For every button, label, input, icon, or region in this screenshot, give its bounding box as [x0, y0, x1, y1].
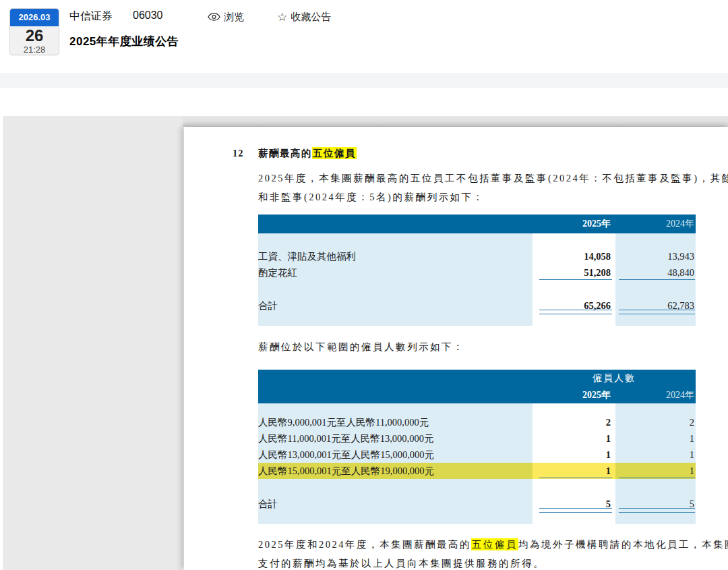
page-top-gap	[183, 116, 728, 127]
eye-icon	[208, 12, 220, 22]
table-row: 工資、津貼及其他福利 14,058 13,943	[258, 248, 696, 264]
section-number: 12	[233, 148, 258, 159]
table-header-row: 2025年 2024年	[258, 215, 696, 233]
row-label: 人民幣11,000,001元至人民幣13,000,000元	[258, 430, 533, 447]
table-row: 人民幣9,000,001元至人民幣11,000,000元 2 2	[258, 414, 696, 430]
date-time: 21:28	[10, 45, 59, 55]
divider-band	[0, 73, 728, 88]
row-label: 工資、津貼及其他福利	[258, 248, 533, 264]
document-page: 12薪酬最高的五位僱員 2025年度，本集團薪酬最高的五位員工不包括董事及監事(…	[184, 127, 728, 570]
total-label: 合計	[258, 297, 533, 314]
paragraph-footnote: 2025年度和2024年度，本集團薪酬最高的五位僱員均為境外子機構聘請的本地化員…	[258, 535, 700, 570]
row-label: 人民幣15,000,001元至人民幣19,000,000元	[258, 463, 533, 479]
footnote-pre: 2025年度和2024年度，本集團薪酬最高的	[258, 539, 471, 550]
column-header-2025: 2025年	[533, 387, 615, 403]
row-label: 人民幣9,000,001元至人民幣11,000,000元	[258, 414, 533, 430]
paragraph-intro: 2025年度，本集團薪酬最高的五位員工不包括董事及監事(2024年：不包括董事及…	[258, 169, 700, 206]
paragraph-line: 支付的薪酬均為基於以上人員向本集團提供服務的所得。	[258, 554, 700, 570]
date-day: 26	[10, 26, 59, 45]
value-2025: 1	[533, 447, 615, 463]
viewer-left-panel	[3, 116, 183, 570]
table-row: 人民幣11,000,001元至人民幣13,000,000元 1 1	[258, 430, 696, 447]
value-2024: 2	[615, 414, 696, 430]
value-2024: 1	[615, 463, 696, 479]
section-heading: 12薪酬最高的五位僱員	[233, 147, 704, 160]
star-icon: ☆	[277, 11, 287, 23]
table-row: 酌定花紅 51,208 48,840	[258, 264, 696, 281]
announcement-header: 2026.03 26 21:28 中信证券 06030 浏览 ☆ 收藏公告 20…	[0, 0, 728, 73]
footnote-post: 均為境外子機構聘請的本地化員工，本集團向該等僱員	[518, 539, 728, 550]
paragraph-line: 2025年度，本集團薪酬最高的五位員工不包括董事及監事(2024年：不包括董事及…	[258, 169, 700, 188]
document-viewer: 12薪酬最高的五位僱員 2025年度，本集團薪酬最高的五位員工不包括董事及監事(…	[0, 113, 728, 570]
value-2024: 1	[615, 430, 696, 447]
column-header-2024: 2024年	[615, 215, 696, 233]
favorite-button[interactable]: ☆ 收藏公告	[277, 9, 331, 24]
remuneration-table: 2025年 2024年 工資、津貼及其他福利 14,058 13,943 酌定花…	[258, 215, 696, 326]
value-2025: 51,208	[533, 264, 615, 281]
value-2025: 1	[533, 463, 615, 479]
table-total-row: 合計 5 5	[258, 495, 696, 513]
column-header-2025: 2025年	[533, 215, 615, 233]
date-month: 2026.03	[10, 9, 59, 26]
screen: 2026.03 26 21:28 中信证券 06030 浏览 ☆ 收藏公告 20…	[0, 0, 728, 570]
row-label: 酌定花紅	[258, 264, 533, 281]
column-header-2024: 2024年	[615, 387, 696, 403]
value-2025: 1	[533, 430, 615, 447]
browse-button[interactable]: 浏览	[208, 9, 244, 24]
paragraph-range-intro: 薪酬位於以下範圍的僱員人數列示如下：	[258, 337, 700, 356]
stock-code[interactable]: 06030	[133, 9, 163, 22]
total-2025: 5	[533, 495, 615, 513]
paragraph-line: 薪酬位於以下範圍的僱員人數列示如下：	[258, 337, 700, 356]
total-2024: 62,783	[615, 297, 696, 314]
section-title-highlight: 五位僱員	[312, 147, 357, 159]
company-name[interactable]: 中信证券	[69, 9, 113, 24]
footnote-highlight: 五位僱員	[471, 538, 518, 550]
browse-label: 浏览	[224, 11, 244, 24]
table-header: 僱員人數 2025年 2024年	[258, 370, 696, 403]
value-2025: 14,058	[533, 248, 615, 264]
value-2024: 48,840	[615, 264, 696, 281]
announcement-title: 2025年年度业绩公告	[69, 34, 179, 49]
total-2024: 5	[615, 495, 696, 513]
date-badge: 2026.03 26 21:28	[9, 8, 59, 55]
table-row: 人民幣13,000,001元至人民幣15,000,000元 1 1	[258, 447, 696, 463]
value-2024: 1	[615, 447, 696, 463]
table-row-highlighted: 人民幣15,000,001元至人民幣19,000,000元 1 1	[258, 463, 696, 479]
paragraph-line: 和非監事(2024年度：5名)的薪酬列示如下：	[258, 188, 700, 206]
headcount-table: 僱員人數 2025年 2024年 人民幣9,000,001元至人民幣11,000…	[258, 370, 696, 524]
value-2025: 2	[533, 414, 615, 430]
section-title-text: 薪酬最高的	[258, 148, 312, 159]
total-2025: 65,266	[533, 297, 615, 314]
favorite-label: 收藏公告	[291, 11, 331, 24]
group-header: 僱員人數	[533, 370, 696, 387]
total-label: 合計	[258, 495, 533, 513]
paragraph-line: 2025年度和2024年度，本集團薪酬最高的五位僱員均為境外子機構聘請的本地化員…	[258, 535, 700, 554]
row-label: 人民幣13,000,001元至人民幣15,000,000元	[258, 447, 533, 463]
table-total-row: 合計 65,266 62,783	[258, 297, 696, 314]
value-2024: 13,943	[615, 248, 696, 264]
